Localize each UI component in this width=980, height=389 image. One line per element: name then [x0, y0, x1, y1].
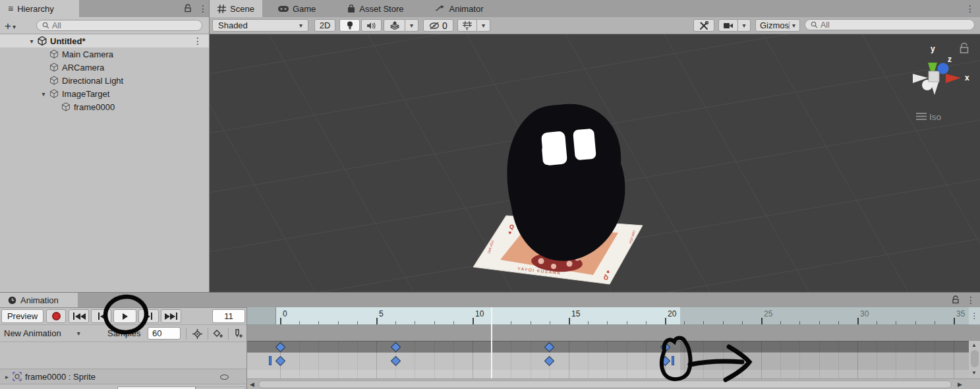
audio-toggle-button[interactable] [361, 19, 382, 32]
timeline-menu-icon[interactable]: ⋮ [971, 312, 979, 320]
scroll-down-icon[interactable]: ▼ [971, 370, 977, 376]
camera-settings-button[interactable] [718, 19, 738, 32]
property-keyframe[interactable] [390, 355, 401, 366]
record-keyframe-button[interactable] [190, 327, 204, 340]
tab-asset-store[interactable]: Asset Store [339, 0, 411, 17]
tab-animation[interactable]: Animation [0, 293, 78, 307]
clip-name: New Animation [4, 328, 61, 338]
play-button[interactable] [113, 309, 136, 323]
unity-logo-icon [37, 36, 47, 45]
hierarchy-search-input[interactable]: All [36, 20, 202, 31]
item-menu-icon[interactable]: ⋮ [193, 36, 202, 45]
hierarchy-item-untitled-[interactable]: ▾Untitled*⋮ [0, 34, 209, 47]
hidden-count: 0 [442, 20, 447, 31]
scene-search-placeholder: All [821, 20, 830, 30]
property-keyframe[interactable] [660, 355, 670, 366]
previous-frame-button[interactable] [91, 309, 111, 323]
hierarchy-item-main-camera[interactable]: Main Camera [0, 47, 209, 61]
light-bulb-icon [347, 21, 353, 30]
preview-button[interactable]: Preview [1, 309, 43, 323]
sprite-marker-bar[interactable] [269, 356, 272, 365]
speaker-icon [367, 22, 376, 30]
summary-keyframe[interactable] [390, 342, 401, 352]
tab-animator[interactable]: Animator [427, 0, 491, 17]
svg-text:♥: ♥ [508, 230, 512, 236]
hscroll-thumb[interactable] [258, 380, 952, 388]
tab-game[interactable]: Game [270, 0, 324, 17]
vscroll-thumb[interactable] [971, 350, 979, 367]
axis-x-label: x [965, 73, 969, 82]
2d-label: 2D [320, 20, 331, 30]
toggle-2d-button[interactable]: 2D [314, 19, 335, 32]
component-tools-button[interactable] [693, 19, 714, 32]
lock-icon[interactable] [184, 4, 192, 13]
scene-menu-icon[interactable]: ⋮ [966, 4, 975, 13]
goto-last-frame-button[interactable] [161, 309, 181, 323]
animation-tab-label: Animation [20, 295, 59, 305]
playhead[interactable] [491, 307, 492, 378]
camera-dropdown[interactable]: ▾ [738, 19, 751, 32]
hierarchy-menu-icon[interactable]: ⋮ [198, 4, 208, 13]
tree-item-label: frame0000 [74, 102, 115, 112]
gizmos-label: Gizmos [760, 20, 789, 30]
create-object-button[interactable]: + ▾ [5, 20, 16, 33]
scroll-up-icon[interactable]: ▲ [971, 342, 977, 348]
chevron-down-icon: ▾ [13, 23, 16, 30]
scene-visibility-button[interactable]: 0 [423, 19, 453, 32]
effects-icon [390, 21, 399, 30]
scene-search-input[interactable]: All [805, 19, 975, 30]
tree-caret-icon[interactable]: ▾ [38, 90, 49, 98]
samples-field[interactable]: 60 [148, 327, 181, 340]
property-row[interactable]: ▸ frame0000 : Sprite [0, 369, 246, 384]
next-frame-button[interactable] [138, 309, 159, 323]
scene-viewport[interactable]: YAYOI KUSAMA Q♥ Q♥ POP ART POP ART [210, 34, 980, 292]
iso-label: Iso [929, 112, 941, 122]
scroll-left-icon[interactable]: ◀ [250, 381, 254, 388]
summary-keyframe[interactable] [660, 342, 670, 352]
tab-scene[interactable]: Scene [210, 0, 262, 17]
shopping-bag-icon [347, 5, 355, 13]
tree-item-label: ARCamera [62, 63, 104, 73]
clip-dropdown[interactable]: New Animation ▾ [4, 325, 80, 342]
record-button[interactable] [46, 309, 66, 323]
preview-label: Preview [7, 311, 38, 321]
property-keyframe[interactable] [544, 355, 555, 366]
hierarchy-item-imagetarget[interactable]: ▾ImageTarget [0, 87, 209, 100]
sprite-marker-bar[interactable] [672, 356, 674, 365]
scroll-right-icon[interactable]: ▶ [958, 381, 962, 388]
hierarchy-item-arcamera[interactable]: ARCamera [0, 61, 209, 74]
tree-caret-icon[interactable]: ▾ [26, 38, 37, 45]
cube-icon [61, 102, 71, 111]
scene-canvas: YAYOI KUSAMA Q♥ Q♥ POP ART POP ART [210, 34, 980, 292]
current-frame-field[interactable]: 11 [212, 309, 245, 323]
gamepad-icon [278, 5, 289, 13]
shading-mode-dropdown[interactable]: Shaded ▾ [212, 19, 308, 32]
grid-dropdown[interactable]: ▾ [477, 19, 490, 32]
hierarchy-item-frame0000[interactable]: frame0000 [0, 100, 209, 113]
tab-dopesheet[interactable]: Dopesheet [117, 386, 196, 389]
animation-menu-icon[interactable]: ⋮ [966, 295, 975, 305]
lighting-toggle-button[interactable] [339, 19, 360, 32]
game-tab-label: Game [293, 4, 316, 14]
property-keyframe[interactable] [275, 355, 285, 366]
add-event-button[interactable] [231, 327, 245, 340]
axis-z-label: z [948, 55, 952, 64]
effects-toggle-button[interactable] [384, 19, 405, 32]
grid-visibility-button[interactable]: Y [457, 19, 477, 32]
gizmos-dropdown[interactable]: Gizmos ▾ [755, 19, 800, 32]
tab-hierarchy[interactable]: ≡ Hierarchy [0, 0, 79, 17]
add-keyframe-button[interactable] [211, 327, 225, 340]
curve-toggle-icon[interactable] [220, 374, 229, 380]
expand-caret-icon[interactable]: ▸ [5, 373, 9, 380]
lock-icon[interactable] [952, 295, 960, 304]
effects-dropdown[interactable]: ▾ [405, 19, 418, 32]
hierarchy-item-directional-light[interactable]: Directional Light [0, 74, 209, 87]
vertical-scrollbar[interactable]: ⋮ ▲ ▼ [969, 307, 980, 389]
tab-curves[interactable]: Curves [196, 386, 246, 389]
tree-item-label: Directional Light [62, 76, 123, 86]
timeline-area: 05101520253035 ◀ ▶ [247, 307, 969, 389]
summary-keyframe[interactable] [275, 342, 285, 352]
summary-keyframe[interactable] [544, 342, 555, 352]
goto-first-frame-button[interactable] [69, 309, 89, 323]
horizontal-scrollbar[interactable]: ◀ ▶ [247, 378, 969, 389]
